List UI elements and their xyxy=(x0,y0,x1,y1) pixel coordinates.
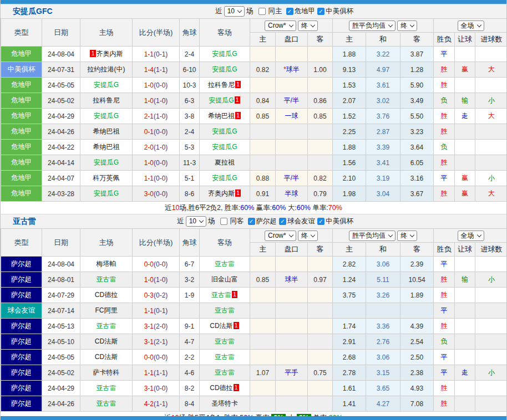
team-name[interactable]: 希纳巴祖 xyxy=(208,112,235,120)
corner-count: 2-2 xyxy=(180,350,200,365)
team-name[interactable]: 齐奥内斯 xyxy=(97,50,123,58)
full-score[interactable]: 2-0 xyxy=(144,144,154,151)
same-side-checkbox[interactable] xyxy=(220,218,227,225)
team-name[interactable]: 齐奥内斯 xyxy=(208,189,235,197)
team-name[interactable]: 梅塔帕 xyxy=(97,260,116,268)
team-name[interactable]: 亚古雷 xyxy=(97,322,116,330)
full-score[interactable]: 0-0 xyxy=(144,354,154,361)
league-checkbox[interactable]: ✓ xyxy=(248,218,255,225)
odds-final-select[interactable]: 终 xyxy=(298,21,318,31)
odds-company-select[interactable]: Crow* xyxy=(265,21,296,31)
sub-header: 进球数 xyxy=(475,33,507,47)
avg-final-select[interactable]: 终 xyxy=(397,21,417,31)
league-checkbox[interactable]: ✓ xyxy=(317,218,325,225)
team-name[interactable]: CD法斯 xyxy=(210,322,232,330)
avg-home-odds: 1.53 xyxy=(333,78,366,93)
scope-select[interactable]: 全场 xyxy=(458,231,484,241)
near-count-select[interactable]: 10 xyxy=(224,6,245,17)
handicap-line xyxy=(276,47,308,62)
team-name[interactable]: 旧金山富 xyxy=(211,275,238,283)
full-score[interactable]: 0-0 xyxy=(144,260,154,268)
team-name[interactable]: FC阿里 xyxy=(95,306,118,314)
team-name[interactable]: 夏拉祖 xyxy=(215,158,235,166)
handicap-home-odds xyxy=(250,303,276,319)
team-name[interactable]: 亚古雷 xyxy=(97,384,116,392)
full-score[interactable]: 1-0 xyxy=(144,81,154,89)
match-row: 萨尔超24-08-01亚古雷1-0(1-0)3-2旧金山富0.85球半0.971… xyxy=(1,272,507,288)
team-name[interactable]: 亚古雷 xyxy=(215,306,235,314)
league-checkbox[interactable]: ✓ xyxy=(279,218,286,225)
full-score[interactable]: 1-1 xyxy=(144,50,154,58)
team-name[interactable]: CD德拉 xyxy=(95,291,118,299)
column-header-type: 类型 xyxy=(1,229,42,257)
team-name[interactable]: 安提瓜G xyxy=(212,50,237,58)
scope-select[interactable]: 全场 xyxy=(458,21,484,31)
full-score[interactable]: 3-0 xyxy=(144,190,154,198)
team-name[interactable]: 亚古雷 xyxy=(215,368,235,376)
team-name[interactable]: 亚古雷 xyxy=(215,337,235,345)
sub-header: 和 xyxy=(366,33,400,47)
team-name[interactable]: 安提瓜G xyxy=(212,65,237,73)
full-score[interactable]: 1-0 xyxy=(144,97,154,105)
summary-segment: 60% xyxy=(240,204,254,212)
handicap-result-cell xyxy=(455,396,475,412)
near-count-select[interactable]: 10 xyxy=(186,216,206,227)
full-score[interactable]: 4-2 xyxy=(144,400,154,408)
team-name[interactable]: 安提瓜G xyxy=(94,158,119,166)
team-name[interactable]: CD法斯 xyxy=(95,337,118,345)
goals-result-cell xyxy=(475,288,507,303)
team-name[interactable]: 拉约拉港(中) xyxy=(88,65,125,73)
team-name[interactable]: 安提瓜G xyxy=(94,112,119,120)
full-score[interactable]: 1-0 xyxy=(144,159,154,167)
home-team-cell: 1齐奥内斯 xyxy=(80,47,133,62)
same-side-checkbox[interactable] xyxy=(258,8,266,15)
team-name[interactable]: 安提瓜G xyxy=(212,143,237,151)
team-name[interactable]: CD法斯 xyxy=(95,353,118,361)
team-name[interactable]: 亚古雷 xyxy=(97,275,116,283)
team-name[interactable]: 希纳巴祖 xyxy=(93,143,120,151)
league-checkbox[interactable]: ✓ xyxy=(286,8,293,15)
team-name[interactable]: 亚古雷 xyxy=(215,260,235,268)
handicap-result-cell: 输 xyxy=(455,93,475,109)
avg-final-select[interactable]: 终 xyxy=(397,231,417,241)
full-score[interactable]: 3-1 xyxy=(144,385,154,392)
team-name[interactable]: CD德拉 xyxy=(210,384,232,392)
team-name[interactable]: 希纳巴祖 xyxy=(93,127,120,135)
sections-container: 安提瓜GFC 近 10 场 同主 ✓危地甲✓中美俱杯 类型 日期 xyxy=(1,4,506,420)
team-name[interactable]: 圣塔特卡 xyxy=(211,399,238,407)
team-name[interactable]: 亚古雷 xyxy=(211,291,231,299)
match-result-cell: 胜 xyxy=(434,272,455,288)
full-score[interactable]: 0-1 xyxy=(144,128,154,136)
score-cell: 2-1(1-0) xyxy=(133,109,180,124)
avg-type-select[interactable]: 胜平负均值 xyxy=(349,21,396,31)
full-score[interactable]: 3-1 xyxy=(144,322,154,330)
team-name[interactable]: 拉科鲁尼 xyxy=(208,81,235,89)
team-name[interactable]: 安提瓜G xyxy=(212,127,237,135)
team-name[interactable]: 科万英佩 xyxy=(93,174,120,182)
odds-company-select[interactable]: Crow* xyxy=(265,231,296,241)
full-score[interactable]: 2-1 xyxy=(144,112,154,120)
team-name[interactable]: 拉科鲁尼 xyxy=(93,96,120,104)
full-score[interactable]: 1-0 xyxy=(144,276,154,284)
avg-type-select[interactable]: 胜平负均值 xyxy=(349,231,396,241)
full-score[interactable]: 1-1 xyxy=(144,307,154,315)
team-name[interactable]: 安提瓜G xyxy=(209,96,234,104)
full-score[interactable]: 3-1 xyxy=(144,338,154,346)
league-checkbox[interactable]: ✓ xyxy=(317,8,325,15)
team-name[interactable]: 亚古雷 xyxy=(97,399,116,407)
team-name[interactable]: 安提瓜G xyxy=(212,174,237,182)
column-header-score: 比分(半场) xyxy=(133,19,180,47)
team-name[interactable]: 安提瓜G xyxy=(94,189,119,197)
full-score[interactable]: 1-1 xyxy=(144,175,154,182)
full-score[interactable]: 0-3 xyxy=(144,291,154,299)
team-name[interactable]: 安提瓜G xyxy=(94,81,119,89)
full-score[interactable]: 1-4 xyxy=(144,66,154,74)
full-score[interactable]: 1-1 xyxy=(144,369,154,377)
avg-draw-odds xyxy=(366,303,400,319)
type-badge: 中美俱杯 xyxy=(1,62,42,78)
odds-final-select[interactable]: 终 xyxy=(298,231,318,241)
team-name[interactable]: 萨卡特科 xyxy=(93,368,120,376)
team-name[interactable]: 亚古雷 xyxy=(215,353,235,361)
goals-result-cell xyxy=(475,140,507,155)
handicap-result-cell: 走 xyxy=(455,109,475,124)
